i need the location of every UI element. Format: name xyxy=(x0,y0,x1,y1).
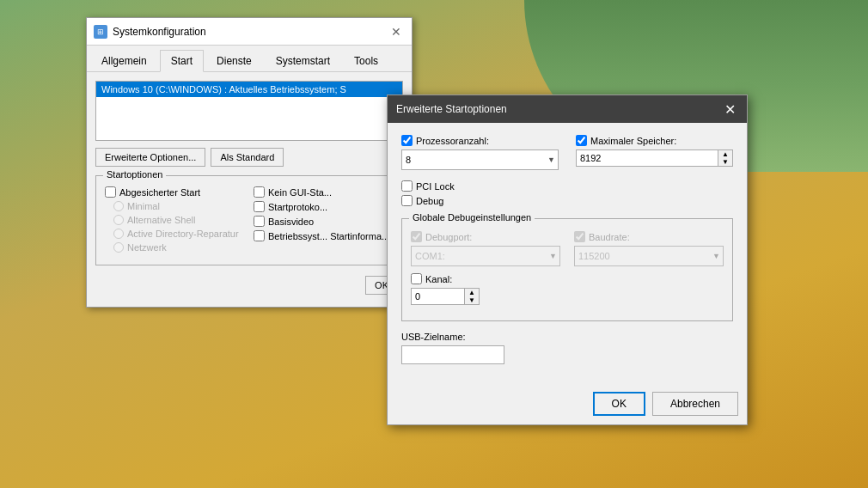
speicher-spinner-buttons: ▲ ▼ xyxy=(718,149,733,167)
titlebar-left: ⊞ Systemkonfiguration xyxy=(94,25,206,39)
debugport-select-wrapper: COM1: COM2: COM3: ▼ xyxy=(411,246,560,266)
sysconfg-close-button[interactable]: ✕ xyxy=(388,23,405,40)
startprotokoll-row: Startprotoko... xyxy=(254,201,394,212)
startoptionen-group: Startoptionen Abgesicherter Start Minima… xyxy=(95,175,403,265)
top-row: Prozessoranzahl: 1 2 4 8 ▼ Maximaler Spe… xyxy=(401,135,733,170)
prozessoranzahl-group: Prozessoranzahl: 1 2 4 8 ▼ xyxy=(401,135,559,170)
debug-checkbox[interactable] xyxy=(401,195,413,206)
abgesicherter-start-label: Abgesicherter Start xyxy=(119,187,200,198)
prozessoranzahl-select[interactable]: 1 2 4 8 xyxy=(401,149,559,170)
maximaler-speicher-checkbox[interactable] xyxy=(576,135,587,146)
alternative-shell-radio-row: Alternative Shell xyxy=(105,215,245,225)
debugport-checkbox xyxy=(411,231,422,242)
startoptionen-left-col: Abgesicherter Start Minimal Alternative … xyxy=(105,186,245,256)
debugport-select: COM1: COM2: COM3: xyxy=(411,246,560,266)
debug-inner-row: Debugport: COM1: COM2: COM3: ▼ xyxy=(411,231,724,266)
betriebssystem-checkbox[interactable] xyxy=(254,230,265,241)
dialog-ok-button[interactable]: OK xyxy=(593,392,645,416)
sysconfg-window: ⊞ Systemkonfiguration ✕ Allgemein Start … xyxy=(86,17,413,308)
minimal-label: Minimal xyxy=(127,201,160,211)
pci-lock-checkbox[interactable] xyxy=(401,180,413,192)
dialog-buttons: OK Abbrechen xyxy=(388,387,747,424)
tab-dienste[interactable]: Dienste xyxy=(205,50,263,72)
betriebssystem-row: Betriebssyst... Startinforma... xyxy=(254,230,394,241)
maximaler-speicher-group: Maximaler Speicher: ▲ ▼ xyxy=(576,135,733,167)
maximaler-speicher-spinner: ▲ ▼ xyxy=(576,149,733,167)
kanal-label: Kanal: xyxy=(425,274,452,284)
speicher-down-button[interactable]: ▼ xyxy=(718,158,732,166)
maximaler-speicher-label-row: Maximaler Speicher: xyxy=(576,135,733,146)
sysconfg-titlebar: ⊞ Systemkonfiguration ✕ xyxy=(87,18,412,46)
speicher-up-button[interactable]: ▲ xyxy=(718,150,732,158)
prozessoranzahl-select-wrapper[interactable]: 1 2 4 8 ▼ xyxy=(401,149,559,170)
prozessoranzahl-checkbox[interactable] xyxy=(401,135,413,146)
kanal-row: Kanal: ▲ ▼ xyxy=(411,273,724,305)
usb-zielname-input[interactable] xyxy=(401,345,504,364)
startoptionen-right-col: Kein GUI-Sta... Startprotoko... Basisvid… xyxy=(254,186,394,256)
kanal-input[interactable] xyxy=(411,288,464,305)
usb-zielname-field: USB-Zielname: xyxy=(401,332,733,364)
tab-allgemein[interactable]: Allgemein xyxy=(90,50,158,72)
prozessoranzahl-label: Prozessoranzahl: xyxy=(416,136,489,146)
tab-systemstart[interactable]: Systemstart xyxy=(265,50,341,72)
basisvideo-checkbox[interactable] xyxy=(254,216,265,227)
startoptionen-content: Abgesicherter Start Minimal Alternative … xyxy=(105,186,394,256)
netzwerk-radio-row: Netzwerk xyxy=(105,242,245,253)
kanal-checkbox[interactable] xyxy=(411,273,422,284)
kanal-field: Kanal: ▲ ▼ xyxy=(411,273,480,305)
kanal-spinner-buttons: ▲ ▼ xyxy=(464,288,480,305)
kanal-label-row: Kanal: xyxy=(411,273,480,284)
dialog-abbrechen-button[interactable]: Abbrechen xyxy=(652,392,738,416)
window-app-icon: ⊞ xyxy=(94,25,107,39)
tabs-container: Allgemein Start Dienste Systemstart Tool… xyxy=(87,46,412,72)
basisvideo-row: Basisvideo xyxy=(254,216,394,227)
advanced-titlebar: Erweiterte Startoptionen ✕ xyxy=(388,95,747,123)
kein-gui-label: Kein GUI-Sta... xyxy=(268,187,332,198)
baudrate-field: Baudrate: 9600 19200 38400 57600 115200 … xyxy=(574,231,724,266)
kanal-up-button[interactable]: ▲ xyxy=(465,289,479,296)
debugport-label-row: Debugport: xyxy=(411,231,560,242)
advanced-content: Prozessoranzahl: 1 2 4 8 ▼ Maximaler Spe… xyxy=(388,123,747,387)
tab-tools[interactable]: Tools xyxy=(343,50,389,72)
debug-label: Debug xyxy=(416,196,443,206)
advanced-title: Erweiterte Startoptionen xyxy=(396,103,507,115)
kanal-spinner: ▲ ▼ xyxy=(411,288,480,305)
erweiterte-optionen-button[interactable]: Erweiterte Optionen... xyxy=(95,148,205,167)
pci-lock-label: PCI Lock xyxy=(416,181,455,192)
minimal-radio[interactable] xyxy=(113,201,124,211)
prozessoranzahl-label-row: Prozessoranzahl: xyxy=(401,135,559,146)
startprotokoll-label: Startprotoko... xyxy=(268,202,327,212)
pci-lock-row: PCI Lock xyxy=(401,180,733,192)
startprotokoll-checkbox[interactable] xyxy=(254,201,265,212)
active-directory-radio[interactable] xyxy=(113,229,124,239)
als-standard-button[interactable]: Als Standard xyxy=(211,148,284,167)
tab-start[interactable]: Start xyxy=(160,50,204,72)
abgesicherter-start-checkbox[interactable] xyxy=(105,186,116,198)
baudrate-select: 9600 19200 38400 57600 115200 xyxy=(574,246,724,266)
active-directory-label: Active Directory-Reparatur xyxy=(127,229,239,239)
active-directory-radio-row: Active Directory-Reparatur xyxy=(105,229,245,239)
sysconfg-title: Systemkonfiguration xyxy=(113,26,206,38)
abgesicherter-start-row: Abgesicherter Start xyxy=(105,186,245,198)
boot-list-item[interactable]: Windows 10 (C:\WINDOWS) : Aktuelles Betr… xyxy=(96,82,402,97)
kein-gui-row: Kein GUI-Sta... xyxy=(254,186,394,198)
netzwerk-radio[interactable] xyxy=(113,242,124,253)
boot-list[interactable]: Windows 10 (C:\WINDOWS) : Aktuelles Betr… xyxy=(95,81,403,141)
advanced-close-button[interactable]: ✕ xyxy=(721,101,738,118)
alternative-shell-label: Alternative Shell xyxy=(127,215,196,225)
debug-row: Debug xyxy=(401,195,733,206)
basisvideo-label: Basisvideo xyxy=(268,217,314,227)
betriebssystem-label: Betriebssyst... Startinforma... xyxy=(268,231,389,241)
baudrate-checkbox xyxy=(574,231,585,242)
debugport-label: Debugport: xyxy=(425,232,472,242)
advanced-dialog: Erweiterte Startoptionen ✕ Prozessoranza… xyxy=(387,95,748,425)
usb-zielname-label: USB-Zielname: xyxy=(401,332,733,342)
globale-debug-legend: Globale Debugeinstellungen xyxy=(409,212,535,223)
kanal-down-button[interactable]: ▼ xyxy=(465,296,479,304)
alternative-shell-radio[interactable] xyxy=(113,215,124,225)
sysconfg-content: Windows 10 (C:\WINDOWS) : Aktuelles Betr… xyxy=(87,72,412,307)
kein-gui-checkbox[interactable] xyxy=(254,186,265,198)
maximaler-speicher-input[interactable] xyxy=(576,149,718,167)
baudrate-select-wrapper: 9600 19200 38400 57600 115200 ▼ xyxy=(574,246,724,266)
minimal-radio-row: Minimal xyxy=(105,201,245,211)
